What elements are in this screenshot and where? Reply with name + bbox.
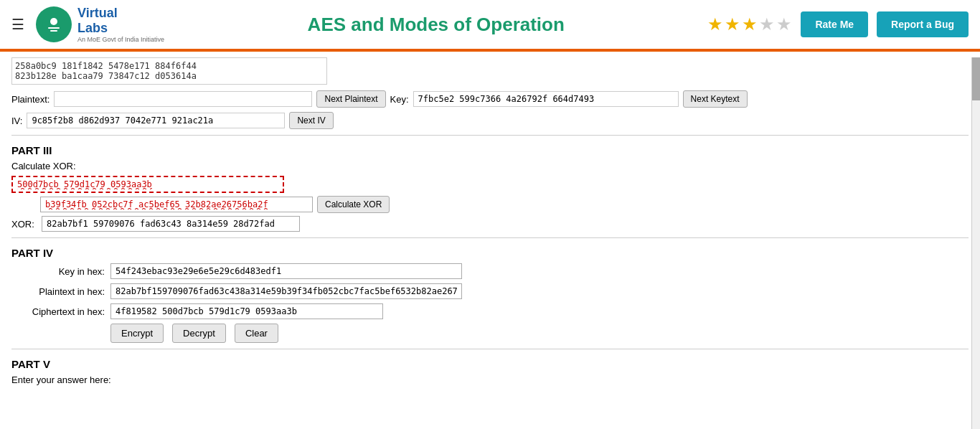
xor-row2: Calculate XOR <box>40 196 969 213</box>
part3-section: PART III Calculate XOR: Calculate XOR XO… <box>11 144 969 232</box>
next-plaintext-button[interactable]: Next Plaintext <box>316 90 385 108</box>
svg-point-1 <box>50 18 57 25</box>
part4-section: PART IV Key in hex: Plaintext in hex: Ci… <box>11 247 969 343</box>
plaintext-line1: 258a0bc9 181f1842 5478e171 884f6f44 <box>15 61 324 71</box>
logo-subtitle: An MoE Govt of India Initiative <box>77 36 164 43</box>
logo-title: VirtualLabs <box>77 6 164 36</box>
xor-result-input[interactable] <box>42 216 300 232</box>
part5-section: PART V Enter your answer here: <box>11 358 969 385</box>
xor-input-1[interactable] <box>11 176 284 193</box>
header-right: ★ ★ ★ ★ ★ Rate Me Report a Bug <box>707 11 969 37</box>
part4-heading: PART IV <box>11 247 969 259</box>
key-input[interactable] <box>413 91 679 107</box>
part4-key-label: Key in hex: <box>11 266 105 277</box>
part3-heading: PART III <box>11 144 969 156</box>
next-iv-button[interactable]: Next IV <box>289 112 333 129</box>
star-1[interactable]: ★ <box>707 14 723 34</box>
top-section: 258a0bc9 181f1842 5478e171 884f6f44 823b… <box>11 57 969 129</box>
part4-ciphertext-row: Ciphertext in hex: <box>11 303 969 319</box>
logo-text: VirtualLabs An MoE Govt of India Initiat… <box>77 6 164 43</box>
divider-1 <box>11 135 969 136</box>
part4-ciphertext-label: Ciphertext in hex: <box>11 306 105 317</box>
main-content: 258a0bc9 181f1842 5478e171 884f6f44 823b… <box>0 52 980 423</box>
part4-ciphertext-input[interactable] <box>110 303 383 319</box>
plaintext-line2: 823b128e ba1caa79 73847c12 d053614a <box>15 71 324 81</box>
next-keytext-button[interactable]: Next Keytext <box>683 90 748 108</box>
iv-input[interactable] <box>27 113 285 128</box>
decrypt-button[interactable]: Decrypt <box>172 324 226 343</box>
star-2[interactable]: ★ <box>725 14 740 34</box>
divider-3 <box>11 349 969 349</box>
calculate-xor-button[interactable]: Calculate XOR <box>317 196 390 213</box>
star-rating[interactable]: ★ ★ ★ ★ ★ <box>707 14 792 34</box>
key-label: Key: <box>390 94 409 105</box>
part5-sub: Enter your answer here: <box>11 374 969 385</box>
star-4[interactable]: ★ <box>759 14 775 34</box>
iv-label: IV: <box>11 116 22 126</box>
rate-me-button[interactable]: Rate Me <box>801 11 868 37</box>
svg-rect-3 <box>50 30 57 32</box>
menu-icon[interactable]: ☰ <box>11 16 24 33</box>
part4-key-input[interactable] <box>110 263 462 279</box>
part4-plaintext-input[interactable] <box>110 283 462 299</box>
plaintext-area-container: 258a0bc9 181f1842 5478e171 884f6f44 823b… <box>11 57 327 88</box>
page-scrollbar[interactable] <box>971 57 980 423</box>
part5-heading: PART V <box>11 358 969 370</box>
scrollbar-thumb[interactable] <box>972 57 980 100</box>
clear-button[interactable]: Clear <box>235 324 278 343</box>
star-5[interactable]: ★ <box>776 14 792 34</box>
page-title: AES and Modes of Operation <box>164 14 707 36</box>
part4-key-row: Key in hex: <box>11 263 969 279</box>
part4-plaintext-label: Plaintext in hex: <box>11 286 105 297</box>
part4-plaintext-row: Plaintext in hex: <box>11 283 969 299</box>
encrypt-button[interactable]: Encrypt <box>110 324 164 343</box>
xor-row1 <box>11 176 969 193</box>
plaintext-input[interactable] <box>54 91 312 107</box>
divider-2 <box>11 237 969 238</box>
header: ☰ VirtualLabs An MoE Govt of India Initi… <box>0 0 980 52</box>
star-3[interactable]: ★ <box>742 14 758 34</box>
svg-rect-2 <box>48 27 60 29</box>
xor-label: XOR: <box>11 219 37 230</box>
logo: VirtualLabs An MoE Govt of India Initiat… <box>36 6 164 43</box>
logo-circle <box>36 6 72 42</box>
plaintext-area: 258a0bc9 181f1842 5478e171 884f6f44 823b… <box>11 57 327 85</box>
xor-input-2[interactable] <box>40 197 313 212</box>
part3-sub: Calculate XOR: <box>11 161 969 171</box>
plaintext-label: Plaintext: <box>11 94 50 105</box>
part4-buttons-row: Encrypt Decrypt Clear <box>110 324 969 343</box>
xor-row-result: XOR: <box>11 216 969 232</box>
report-bug-button[interactable]: Report a Bug <box>877 11 969 37</box>
